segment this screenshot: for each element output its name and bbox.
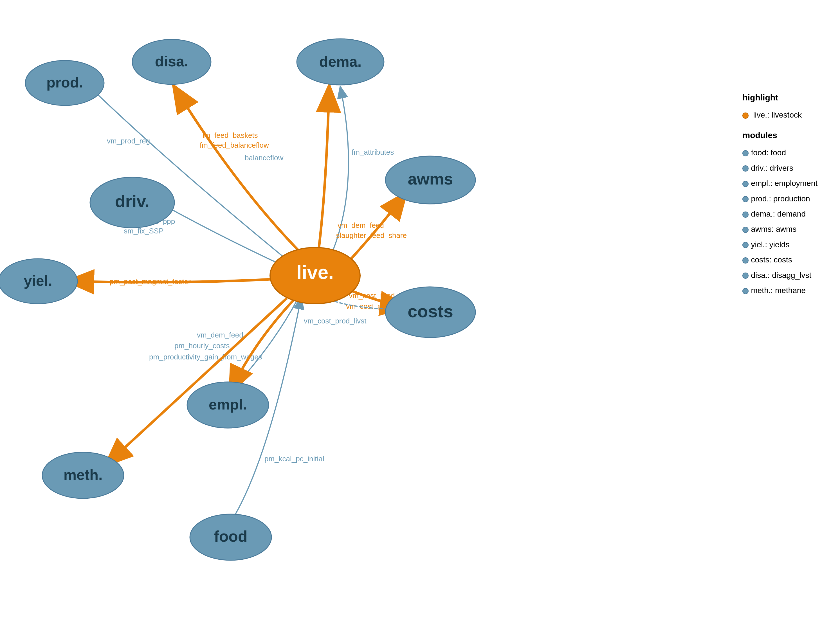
legend-dot-disa <box>742 273 748 279</box>
legend-dot-prod <box>742 196 748 202</box>
svg-text:pm_past_mngmnt_factor: pm_past_mngmnt_factor <box>110 277 191 286</box>
legend-item-prod: prod.: production <box>751 194 810 203</box>
graph-container: im_feed_baskets fm_feed_balanceflow fm_a… <box>0 0 840 630</box>
svg-text:disa.: disa. <box>155 53 188 69</box>
legend-dot-empl <box>742 181 748 187</box>
legend-container: highlight live.: livestock modules food:… <box>742 90 818 299</box>
legend-item-disa: disa.: disagg_lvst <box>751 271 811 279</box>
svg-text:live.: live. <box>297 262 334 283</box>
legend-dot-awms <box>742 227 748 233</box>
svg-text:im_feed_baskets: im_feed_baskets <box>202 131 258 139</box>
legend-modules-list: food: food driv.: drivers empl.: employm… <box>742 146 818 298</box>
svg-text:empl.: empl. <box>209 396 247 412</box>
legend-item-dema: dema.: demand <box>751 210 806 218</box>
list-item: dema.: demand <box>742 207 818 221</box>
svg-text:yiel.: yiel. <box>24 273 52 289</box>
legend-item-food: food: food <box>751 148 786 157</box>
legend-highlight-title: highlight <box>742 90 818 105</box>
legend-highlight-item: live.: livestock <box>742 108 818 122</box>
svg-text:vm_prod_reg: vm_prod_reg <box>107 137 150 145</box>
legend-highlight-text: live.: livestock <box>753 111 802 119</box>
svg-text:pm_productivity_gain_from_wage: pm_productivity_gain_from_wages <box>149 353 262 361</box>
legend-item-awms: awms: awms <box>751 225 796 234</box>
svg-text:costs: costs <box>407 302 453 321</box>
legend-item-costs: costs: costs <box>751 255 792 264</box>
svg-text:_slaughter_feed_share: _slaughter_feed_share <box>332 231 407 240</box>
legend-dot-costs <box>742 257 748 264</box>
legend-dot-meth <box>742 288 748 294</box>
svg-text:driv.: driv. <box>115 192 149 211</box>
graph-svg: im_feed_baskets fm_feed_balanceflow fm_a… <box>0 0 840 630</box>
legend-dot-food <box>742 150 748 156</box>
legend-dot-driv <box>742 165 748 172</box>
svg-text:vm_dem_feed: vm_dem_feed <box>338 221 384 229</box>
svg-text:pm_hourly_costs: pm_hourly_costs <box>174 341 230 350</box>
svg-text:prod.: prod. <box>46 74 83 90</box>
list-item: prod.: production <box>742 192 818 206</box>
legend-item-driv: driv.: drivers <box>751 164 793 172</box>
list-item: empl.: employment <box>742 176 818 190</box>
legend-orange-dot <box>742 112 748 119</box>
svg-text:meth.: meth. <box>63 467 103 483</box>
list-item: driv.: drivers <box>742 161 818 175</box>
legend-dot-yiel <box>742 242 748 248</box>
legend-item-empl: empl.: employment <box>751 179 818 188</box>
svg-text:vm_dem_feed: vm_dem_feed <box>197 331 243 339</box>
svg-text:food: food <box>214 527 247 545</box>
list-item: awms: awms <box>742 222 818 236</box>
list-item: food: food <box>742 146 818 160</box>
svg-text:pm_kcal_pc_initial: pm_kcal_pc_initial <box>264 455 324 463</box>
legend-item-meth: meth.: methane <box>751 286 806 295</box>
list-item: costs: costs <box>742 253 818 267</box>
list-item: disa.: disagg_lvst <box>742 268 818 283</box>
svg-text:balanceflow: balanceflow <box>245 153 284 162</box>
legend-modules-title: modules <box>742 128 818 143</box>
list-item: yiel.: yields <box>742 238 818 252</box>
svg-text:dema.: dema. <box>319 54 362 70</box>
list-item: meth.: methane <box>742 284 818 298</box>
svg-text:vm_cost_prod_livst: vm_cost_prod_livst <box>304 317 366 325</box>
legend-item-yiel: yiel.: yields <box>751 240 789 249</box>
svg-text:fm_attributes: fm_attributes <box>352 148 394 156</box>
svg-text:fm_feed_balanceflow: fm_feed_balanceflow <box>200 141 269 149</box>
legend-dot-dema <box>742 212 748 218</box>
svg-text:awms: awms <box>407 170 453 188</box>
